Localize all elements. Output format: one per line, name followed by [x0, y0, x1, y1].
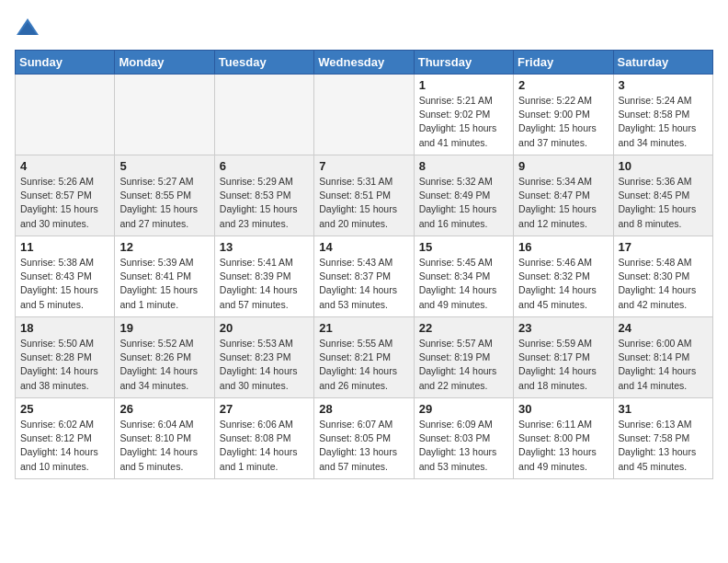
day-info: Sunrise: 5:43 AM Sunset: 8:37 PM Dayligh…: [319, 256, 408, 312]
day-number: 31: [619, 402, 708, 416]
day-number: 9: [518, 159, 608, 173]
day-info: Sunrise: 5:22 AM Sunset: 9:00 PM Dayligh…: [518, 94, 608, 150]
day-info: Sunrise: 5:52 AM Sunset: 8:26 PM Dayligh…: [119, 337, 209, 393]
calendar-cell: 28Sunrise: 6:07 AM Sunset: 8:05 PM Dayli…: [314, 398, 414, 479]
calendar-cell: 5Sunrise: 5:27 AM Sunset: 8:55 PM Daylig…: [115, 155, 214, 236]
calendar-cell: 16Sunrise: 5:46 AM Sunset: 8:32 PM Dayli…: [514, 236, 613, 317]
calendar-cell: 11Sunrise: 5:38 AM Sunset: 8:43 PM Dayli…: [16, 236, 115, 317]
day-info: Sunrise: 6:11 AM Sunset: 8:00 PM Dayligh…: [518, 418, 608, 474]
calendar-cell: 24Sunrise: 6:00 AM Sunset: 8:14 PM Dayli…: [613, 317, 712, 398]
calendar-cell: 29Sunrise: 6:09 AM Sunset: 8:03 PM Dayli…: [414, 398, 513, 479]
calendar-cell: 8Sunrise: 5:32 AM Sunset: 8:49 PM Daylig…: [414, 155, 513, 236]
week-row-2: 11Sunrise: 5:38 AM Sunset: 8:43 PM Dayli…: [16, 236, 713, 317]
day-number: 19: [119, 321, 209, 335]
calendar-cell: 6Sunrise: 5:29 AM Sunset: 8:53 PM Daylig…: [214, 155, 313, 236]
calendar-cell: 13Sunrise: 5:41 AM Sunset: 8:39 PM Dayli…: [214, 236, 313, 317]
day-number: 25: [20, 402, 109, 416]
day-number: 20: [220, 321, 309, 335]
day-info: Sunrise: 5:39 AM Sunset: 8:41 PM Dayligh…: [119, 256, 209, 312]
header-monday: Monday: [115, 51, 214, 75]
calendar-cell: [115, 75, 214, 155]
day-info: Sunrise: 5:36 AM Sunset: 8:45 PM Dayligh…: [619, 175, 708, 231]
calendar-cell: 14Sunrise: 5:43 AM Sunset: 8:37 PM Dayli…: [314, 236, 414, 317]
calendar-cell: 20Sunrise: 5:53 AM Sunset: 8:23 PM Dayli…: [214, 317, 313, 398]
week-row-4: 25Sunrise: 6:02 AM Sunset: 8:12 PM Dayli…: [16, 398, 713, 479]
header-saturday: Saturday: [613, 51, 712, 75]
calendar-cell: 17Sunrise: 5:48 AM Sunset: 8:30 PM Dayli…: [613, 236, 712, 317]
day-info: Sunrise: 5:21 AM Sunset: 9:02 PM Dayligh…: [419, 94, 508, 150]
day-number: 13: [220, 240, 309, 254]
day-info: Sunrise: 5:29 AM Sunset: 8:53 PM Dayligh…: [220, 175, 309, 231]
day-info: Sunrise: 5:50 AM Sunset: 8:28 PM Dayligh…: [20, 337, 109, 393]
day-number: 3: [619, 78, 708, 92]
calendar-cell: 2Sunrise: 5:22 AM Sunset: 9:00 PM Daylig…: [514, 75, 613, 155]
day-info: Sunrise: 6:13 AM Sunset: 7:58 PM Dayligh…: [619, 418, 708, 474]
calendar-cell: [16, 75, 115, 155]
day-number: 22: [419, 321, 508, 335]
calendar-body: 1Sunrise: 5:21 AM Sunset: 9:02 PM Daylig…: [16, 75, 713, 479]
day-number: 4: [20, 159, 109, 173]
calendar-cell: 31Sunrise: 6:13 AM Sunset: 7:58 PM Dayli…: [613, 398, 712, 479]
calendar-cell: 22Sunrise: 5:57 AM Sunset: 8:19 PM Dayli…: [414, 317, 513, 398]
calendar-header: SundayMondayTuesdayWednesdayThursdayFrid…: [16, 51, 713, 75]
calendar-cell: 12Sunrise: 5:39 AM Sunset: 8:41 PM Dayli…: [115, 236, 214, 317]
calendar-cell: 3Sunrise: 5:24 AM Sunset: 8:58 PM Daylig…: [613, 75, 712, 155]
calendar-cell: [314, 75, 414, 155]
day-number: 23: [518, 321, 608, 335]
calendar-cell: [214, 75, 313, 155]
day-number: 10: [619, 159, 708, 173]
day-info: Sunrise: 5:48 AM Sunset: 8:30 PM Dayligh…: [619, 256, 708, 312]
day-number: 21: [319, 321, 408, 335]
day-info: Sunrise: 5:46 AM Sunset: 8:32 PM Dayligh…: [518, 256, 608, 312]
day-info: Sunrise: 5:55 AM Sunset: 8:21 PM Dayligh…: [319, 337, 408, 393]
calendar-cell: 30Sunrise: 6:11 AM Sunset: 8:00 PM Dayli…: [514, 398, 613, 479]
calendar-cell: 19Sunrise: 5:52 AM Sunset: 8:26 PM Dayli…: [115, 317, 214, 398]
logo: [15, 15, 44, 40]
week-row-3: 18Sunrise: 5:50 AM Sunset: 8:28 PM Dayli…: [16, 317, 713, 398]
calendar-cell: 10Sunrise: 5:36 AM Sunset: 8:45 PM Dayli…: [613, 155, 712, 236]
day-info: Sunrise: 6:07 AM Sunset: 8:05 PM Dayligh…: [319, 418, 408, 474]
header-tuesday: Tuesday: [214, 51, 313, 75]
day-number: 27: [220, 402, 309, 416]
calendar-cell: 1Sunrise: 5:21 AM Sunset: 9:02 PM Daylig…: [414, 75, 513, 155]
day-number: 17: [619, 240, 708, 254]
day-info: Sunrise: 5:38 AM Sunset: 8:43 PM Dayligh…: [20, 256, 109, 312]
day-info: Sunrise: 5:34 AM Sunset: 8:47 PM Dayligh…: [518, 175, 608, 231]
day-number: 29: [419, 402, 508, 416]
day-number: 15: [419, 240, 508, 254]
day-number: 6: [220, 159, 309, 173]
day-info: Sunrise: 6:00 AM Sunset: 8:14 PM Dayligh…: [619, 337, 708, 393]
day-number: 30: [518, 402, 608, 416]
day-info: Sunrise: 5:41 AM Sunset: 8:39 PM Dayligh…: [220, 256, 309, 312]
calendar-cell: 26Sunrise: 6:04 AM Sunset: 8:10 PM Dayli…: [115, 398, 214, 479]
day-info: Sunrise: 6:02 AM Sunset: 8:12 PM Dayligh…: [20, 418, 109, 474]
day-info: Sunrise: 5:32 AM Sunset: 8:49 PM Dayligh…: [419, 175, 508, 231]
header-thursday: Thursday: [414, 51, 513, 75]
header-row: SundayMondayTuesdayWednesdayThursdayFrid…: [16, 51, 713, 75]
day-number: 8: [419, 159, 508, 173]
page-header: [15, 15, 713, 40]
day-info: Sunrise: 5:27 AM Sunset: 8:55 PM Dayligh…: [119, 175, 209, 231]
day-number: 26: [119, 402, 209, 416]
day-info: Sunrise: 5:26 AM Sunset: 8:57 PM Dayligh…: [20, 175, 109, 231]
calendar-cell: 18Sunrise: 5:50 AM Sunset: 8:28 PM Dayli…: [16, 317, 115, 398]
day-number: 24: [619, 321, 708, 335]
day-number: 16: [518, 240, 608, 254]
calendar-cell: 27Sunrise: 6:06 AM Sunset: 8:08 PM Dayli…: [214, 398, 313, 479]
calendar-cell: 7Sunrise: 5:31 AM Sunset: 8:51 PM Daylig…: [314, 155, 414, 236]
week-row-1: 4Sunrise: 5:26 AM Sunset: 8:57 PM Daylig…: [16, 155, 713, 236]
day-number: 2: [518, 78, 608, 92]
day-info: Sunrise: 6:06 AM Sunset: 8:08 PM Dayligh…: [220, 418, 309, 474]
calendar-cell: 23Sunrise: 5:59 AM Sunset: 8:17 PM Dayli…: [514, 317, 613, 398]
calendar-cell: 21Sunrise: 5:55 AM Sunset: 8:21 PM Dayli…: [314, 317, 414, 398]
day-number: 1: [419, 78, 508, 92]
day-info: Sunrise: 5:57 AM Sunset: 8:19 PM Dayligh…: [419, 337, 508, 393]
day-number: 7: [319, 159, 408, 173]
header-wednesday: Wednesday: [314, 51, 414, 75]
calendar-cell: 15Sunrise: 5:45 AM Sunset: 8:34 PM Dayli…: [414, 236, 513, 317]
day-number: 18: [20, 321, 109, 335]
calendar-cell: 4Sunrise: 5:26 AM Sunset: 8:57 PM Daylig…: [16, 155, 115, 236]
day-info: Sunrise: 5:53 AM Sunset: 8:23 PM Dayligh…: [220, 337, 309, 393]
day-info: Sunrise: 5:59 AM Sunset: 8:17 PM Dayligh…: [518, 337, 608, 393]
day-info: Sunrise: 5:24 AM Sunset: 8:58 PM Dayligh…: [619, 94, 708, 150]
